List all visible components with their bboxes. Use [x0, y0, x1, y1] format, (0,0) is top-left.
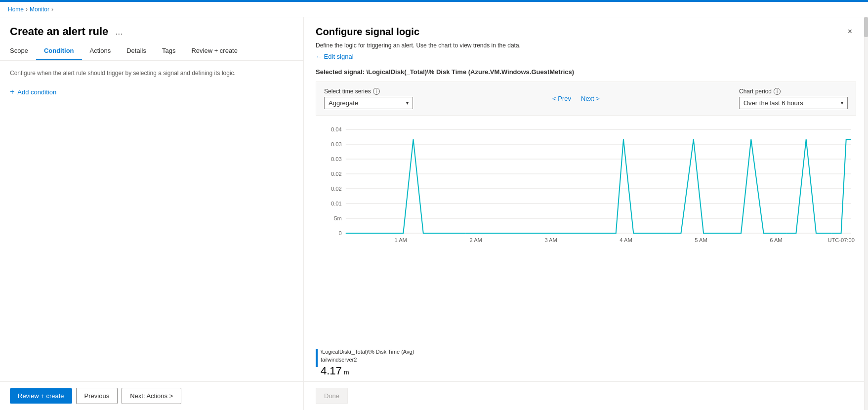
legend-signal-text: \LogicalDisk(_Total)\% Disk Time (Avg) — [321, 348, 414, 356]
breadcrumb: Home › Monitor › — [0, 2, 868, 17]
svg-text:0.01: 0.01 — [331, 201, 342, 206]
review-create-button[interactable]: Review + create — [10, 388, 72, 404]
chart-period-label: Chart period i — [739, 88, 848, 95]
panel-footer: Done — [304, 381, 868, 410]
tab-review-create[interactable]: Review + create — [183, 42, 246, 60]
time-series-group: Select time series i Aggregate ▾ — [324, 88, 413, 109]
tab-details[interactable]: Details — [119, 42, 154, 60]
legend-value: 4.17 m — [321, 365, 414, 377]
add-condition-button[interactable]: + Add condition — [10, 85, 56, 98]
chart-period-group: Chart period i Over the last 6 hours ▾ — [739, 88, 848, 109]
tab-tags[interactable]: Tags — [154, 42, 183, 60]
panel-description: Define the logic for triggering an alert… — [304, 42, 868, 53]
scroll-thumb — [864, 17, 868, 37]
page-title: Create an alert rule — [10, 25, 108, 38]
left-footer: Review + create Previous Next: Actions > — [0, 381, 303, 410]
add-condition-label: Add condition — [17, 88, 56, 96]
chart-controls: Select time series i Aggregate ▾ < Prev … — [316, 82, 856, 116]
chevron-down-icon: ▾ — [406, 100, 409, 106]
svg-text:0: 0 — [338, 230, 341, 236]
svg-text:0.02: 0.02 — [331, 171, 342, 177]
svg-text:0.03: 0.03 — [331, 141, 342, 147]
chart-period-value: Over the last 6 hours — [744, 99, 803, 107]
panel-header: Configure signal logic × — [304, 17, 868, 42]
svg-text:1 AM: 1 AM — [395, 237, 407, 243]
edit-signal-link[interactable]: ← Edit signal — [304, 53, 868, 64]
time-series-label: Select time series i — [324, 88, 413, 95]
chart-legend: \LogicalDisk(_Total)\% Disk Time (Avg) t… — [304, 344, 868, 381]
svg-text:3 AM: 3 AM — [544, 237, 557, 243]
chart-svg: 0.04 0.03 0.03 0.02 0.02 0.01 5m 0 1 AM … — [316, 120, 856, 248]
svg-text:2 AM: 2 AM — [469, 237, 482, 243]
next-button[interactable]: Next > — [577, 94, 604, 103]
selected-signal: Selected signal: \LogicalDisk(_Total)\% … — [304, 64, 868, 82]
plus-icon: + — [10, 87, 14, 96]
panel-title: Configure signal logic — [316, 26, 419, 38]
chart-period-info-icon[interactable]: i — [774, 88, 781, 95]
breadcrumb-sep2: › — [51, 6, 53, 13]
svg-text:0.02: 0.02 — [331, 186, 342, 192]
time-series-dropdown[interactable]: Aggregate ▾ — [324, 97, 413, 109]
breadcrumb-home[interactable]: Home — [8, 6, 24, 13]
tab-condition[interactable]: Condition — [36, 42, 82, 60]
legend-text-group: \LogicalDisk(_Total)\% Disk Time (Avg) t… — [321, 348, 414, 377]
svg-text:UTC-07:00: UTC-07:00 — [827, 237, 854, 243]
tab-actions[interactable]: Actions — [82, 42, 119, 60]
legend-bar — [316, 349, 318, 367]
legend-item: \LogicalDisk(_Total)\% Disk Time (Avg) t… — [316, 348, 856, 377]
time-series-value: Aggregate — [329, 99, 358, 107]
main-container: Create an alert rule ... Scope Condition… — [0, 17, 868, 410]
legend-unit: m — [344, 369, 349, 376]
svg-text:0.04: 0.04 — [331, 126, 342, 132]
prev-button[interactable]: < Prev — [548, 94, 575, 103]
chevron-down-icon-2: ▾ — [841, 100, 843, 106]
previous-button[interactable]: Previous — [76, 388, 118, 404]
time-series-info-icon[interactable]: i — [373, 88, 380, 95]
page-title-row: Create an alert rule ... — [0, 17, 303, 42]
chart-period-dropdown[interactable]: Over the last 6 hours ▾ — [739, 97, 848, 109]
svg-text:5 AM: 5 AM — [695, 237, 707, 243]
next-actions-button[interactable]: Next: Actions > — [122, 388, 181, 404]
tab-description: Configure when the alert rule should tri… — [10, 69, 293, 78]
right-panel: Configure signal logic × Define the logi… — [304, 17, 868, 410]
left-panel: Create an alert rule ... Scope Condition… — [0, 17, 304, 410]
left-content: Configure when the alert rule should tri… — [0, 61, 303, 381]
tabs-row: Scope Condition Actions Details Tags Rev… — [0, 42, 303, 61]
breadcrumb-monitor[interactable]: Monitor — [30, 6, 49, 13]
ellipsis-menu[interactable]: ... — [112, 26, 125, 38]
right-scrollbar[interactable] — [864, 17, 868, 410]
legend-server-text: tailwindserver2 — [321, 356, 414, 364]
svg-text:4 AM: 4 AM — [620, 237, 632, 243]
svg-text:6 AM: 6 AM — [770, 237, 782, 243]
breadcrumb-sep1: › — [26, 6, 28, 13]
close-button[interactable]: × — [844, 25, 856, 38]
svg-text:0.03: 0.03 — [331, 156, 342, 162]
done-button: Done — [316, 388, 348, 404]
chart-area: 0.04 0.03 0.03 0.02 0.02 0.01 5m 0 1 AM … — [316, 120, 856, 344]
tab-scope[interactable]: Scope — [10, 42, 36, 60]
svg-text:5m: 5m — [334, 215, 341, 221]
nav-buttons: < Prev Next > — [421, 94, 731, 103]
